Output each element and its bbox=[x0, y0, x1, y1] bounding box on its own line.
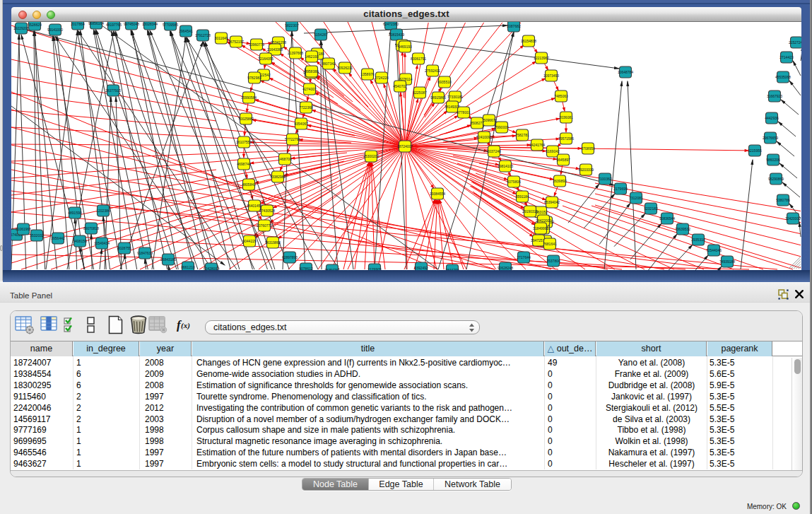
svg-text:3708950: 3708950 bbox=[581, 146, 595, 151]
svg-text:7312081: 7312081 bbox=[629, 196, 643, 200]
svg-text:3537804: 3537804 bbox=[546, 259, 560, 263]
svg-text:98915866: 98915866 bbox=[430, 95, 446, 100]
svg-text:21397668: 21397668 bbox=[288, 51, 303, 55]
svg-text:62897893: 62897893 bbox=[282, 255, 298, 259]
svg-text:19229206: 19229206 bbox=[13, 26, 29, 30]
svg-text:2724228: 2724228 bbox=[375, 76, 389, 80]
svg-text:96290869: 96290869 bbox=[768, 177, 784, 181]
svg-text:9778001: 9778001 bbox=[457, 110, 471, 115]
svg-text:7485063: 7485063 bbox=[554, 94, 568, 98]
svg-text:19814103: 19814103 bbox=[498, 164, 513, 168]
svg-text:9782983: 9782983 bbox=[247, 76, 261, 80]
svg-text:19384554: 19384554 bbox=[430, 192, 445, 196]
svg-text:36752197: 36752197 bbox=[228, 40, 244, 44]
svg-text:21527244: 21527244 bbox=[789, 40, 801, 45]
svg-text:7681641: 7681641 bbox=[543, 242, 557, 246]
svg-text:5232182: 5232182 bbox=[644, 206, 658, 211]
svg-text:1202384: 1202384 bbox=[96, 209, 110, 213]
svg-text:9860206: 9860206 bbox=[766, 158, 780, 162]
svg-text:90836544: 90836544 bbox=[659, 216, 675, 221]
svg-text:12213967: 12213967 bbox=[534, 56, 549, 60]
svg-text:99745048: 99745048 bbox=[124, 22, 139, 26]
svg-text:2017864: 2017864 bbox=[71, 22, 85, 26]
svg-text:57709585: 57709585 bbox=[163, 23, 178, 27]
svg-text:28422000: 28422000 bbox=[536, 218, 551, 223]
svg-text:91847639: 91847639 bbox=[137, 251, 153, 255]
svg-text:9044229: 9044229 bbox=[242, 239, 257, 243]
svg-text:2964541: 2964541 bbox=[179, 29, 193, 33]
svg-text:8028755: 8028755 bbox=[117, 246, 131, 250]
svg-text:20815439: 20815439 bbox=[389, 33, 404, 37]
svg-text:10973493: 10973493 bbox=[543, 74, 559, 78]
svg-text:2179699: 2179699 bbox=[613, 187, 628, 191]
svg-text:96856164: 96856164 bbox=[88, 22, 104, 25]
svg-text:35990584: 35990584 bbox=[241, 95, 257, 100]
svg-text:89070818: 89070818 bbox=[83, 226, 99, 230]
svg-text:62472380: 62472380 bbox=[383, 22, 399, 26]
svg-text:8508277: 8508277 bbox=[470, 121, 484, 125]
svg-text:7582781: 7582781 bbox=[515, 133, 529, 137]
svg-text:7722368: 7722368 bbox=[299, 105, 313, 110]
svg-text:8392492: 8392492 bbox=[414, 266, 428, 270]
svg-text:2087682: 2087682 bbox=[507, 24, 521, 28]
svg-text:7990009: 7990009 bbox=[495, 125, 509, 129]
svg-text:18354761: 18354761 bbox=[324, 268, 340, 270]
svg-text:8661210: 8661210 bbox=[181, 265, 195, 269]
svg-text:9078612: 9078612 bbox=[299, 267, 313, 270]
svg-text:77330181: 77330181 bbox=[447, 95, 463, 99]
svg-text:5822307: 5822307 bbox=[285, 23, 299, 28]
svg-text:45535068: 45535068 bbox=[775, 75, 791, 79]
svg-text:5528829: 5528829 bbox=[28, 23, 42, 27]
svg-text:10648784: 10648784 bbox=[618, 70, 633, 74]
svg-text:2639893: 2639893 bbox=[553, 179, 567, 183]
svg-text:7100362: 7100362 bbox=[598, 177, 612, 181]
svg-text:16154838: 16154838 bbox=[521, 39, 536, 43]
svg-text:72544046: 72544046 bbox=[706, 248, 722, 252]
svg-text:3011649: 3011649 bbox=[214, 36, 228, 40]
svg-text:26843185: 26843185 bbox=[160, 257, 176, 262]
svg-text:3532032: 3532032 bbox=[30, 233, 44, 238]
svg-text:5154287: 5154287 bbox=[314, 33, 328, 37]
svg-text:18724007: 18724007 bbox=[397, 144, 413, 148]
svg-text:5225087: 5225087 bbox=[413, 90, 427, 95]
svg-text:27592411: 27592411 bbox=[425, 69, 440, 73]
svg-text:61061966: 61061966 bbox=[16, 227, 31, 231]
svg-text:5408156: 5408156 bbox=[73, 239, 87, 243]
svg-text:79203339: 79203339 bbox=[578, 168, 594, 172]
svg-text:1468706: 1468706 bbox=[278, 157, 292, 161]
svg-text:4540702: 4540702 bbox=[393, 84, 407, 88]
svg-text:33960779: 33960779 bbox=[249, 42, 264, 47]
svg-text:4891590: 4891590 bbox=[68, 211, 82, 215]
svg-text:17912728: 17912728 bbox=[195, 33, 211, 37]
svg-text:36401454: 36401454 bbox=[247, 204, 262, 208]
svg-text:52410090: 52410090 bbox=[476, 135, 492, 139]
svg-text:31849997: 31849997 bbox=[533, 226, 548, 230]
svg-text:3215955: 3215955 bbox=[748, 148, 762, 153]
svg-text:72164355: 72164355 bbox=[258, 57, 273, 61]
svg-text:63428001: 63428001 bbox=[204, 267, 219, 270]
svg-text:79571586: 79571586 bbox=[558, 136, 574, 141]
svg-text:2714423: 2714423 bbox=[779, 55, 794, 59]
svg-text:83061791: 83061791 bbox=[411, 57, 426, 61]
svg-text:4805841: 4805841 bbox=[242, 182, 256, 187]
svg-text:1462193: 1462193 bbox=[305, 54, 319, 59]
svg-text:4274007: 4274007 bbox=[302, 87, 317, 91]
svg-text:31667923: 31667923 bbox=[767, 94, 782, 98]
svg-text:28377915: 28377915 bbox=[105, 88, 121, 93]
svg-text:5645897: 5645897 bbox=[556, 158, 570, 162]
svg-text:2036081: 2036081 bbox=[559, 115, 573, 119]
svg-text:8958388: 8958388 bbox=[305, 69, 319, 74]
svg-text:29190316: 29190316 bbox=[522, 209, 538, 214]
svg-text:2935310: 2935310 bbox=[691, 238, 705, 242]
svg-text:13028344: 13028344 bbox=[142, 22, 158, 26]
svg-text:90628248: 90628248 bbox=[498, 266, 513, 270]
svg-text:57722796: 57722796 bbox=[285, 137, 300, 141]
svg-text:21643368: 21643368 bbox=[267, 47, 283, 52]
svg-text:96319863: 96319863 bbox=[265, 240, 281, 245]
svg-text:2844290: 2844290 bbox=[445, 268, 459, 270]
svg-text:1358976: 1358976 bbox=[360, 72, 375, 76]
svg-text:73639532: 73639532 bbox=[675, 227, 690, 231]
svg-text:4442936: 4442936 bbox=[765, 116, 779, 120]
svg-text:32420002: 32420002 bbox=[785, 216, 801, 221]
svg-text:5169042: 5169042 bbox=[546, 149, 560, 153]
